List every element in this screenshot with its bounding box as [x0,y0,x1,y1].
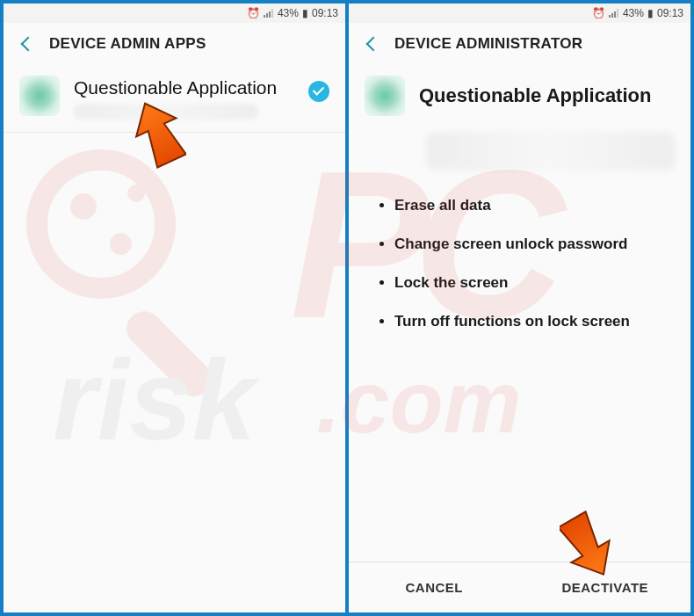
page-title: DEVICE ADMINISTRATOR [394,35,582,53]
permission-item: Erase all data [394,186,666,225]
header: DEVICE ADMIN APPS [4,23,345,63]
back-icon[interactable] [21,37,36,52]
signal-icon [609,9,618,18]
app-subtext-redacted [74,104,258,120]
back-icon[interactable] [366,37,381,52]
app-detail-header: Questionable Application [349,63,690,123]
battery-icon: ▮ [647,7,654,19]
admin-app-row[interactable]: Questionable Application [4,63,345,133]
enabled-check-icon[interactable] [308,81,329,102]
alarm-icon: ⏰ [592,7,605,19]
cancel-button[interactable]: CANCEL [349,562,520,612]
permission-item: Turn off functions on lock screen [394,302,666,341]
app-icon [365,76,405,116]
status-bar: ⏰ 43% ▮ 09:13 [349,4,690,23]
app-name-label: Questionable Application [419,84,651,107]
battery-percent: 43% [623,7,644,19]
app-icon [19,76,60,116]
phone-right-device-administrator: ⏰ 43% ▮ 09:13 DEVICE ADMINISTRATOR Quest… [349,4,690,612]
deactivate-button[interactable]: DEACTIVATE [520,562,691,612]
app-name-label: Questionable Application [74,77,294,98]
phone-left-device-admin-apps: ⏰ 43% ▮ 09:13 DEVICE ADMIN APPS Question… [4,4,345,612]
battery-percent: 43% [278,7,299,19]
permission-item: Change screen unlock password [394,225,666,264]
bottom-action-bar: CANCEL DEACTIVATE [349,562,690,612]
status-bar: ⏰ 43% ▮ 09:13 [4,4,345,23]
permissions-list: Erase all data Change screen unlock pass… [394,186,666,341]
alarm-icon: ⏰ [247,7,260,19]
header: DEVICE ADMINISTRATOR [349,23,690,63]
page-title: DEVICE ADMIN APPS [49,35,206,53]
clock: 09:13 [312,7,338,19]
signal-icon [264,9,273,18]
clock: 09:13 [657,7,683,19]
app-description-redacted [426,132,675,170]
permission-item: Lock the screen [394,264,666,302]
battery-icon: ▮ [302,7,308,19]
